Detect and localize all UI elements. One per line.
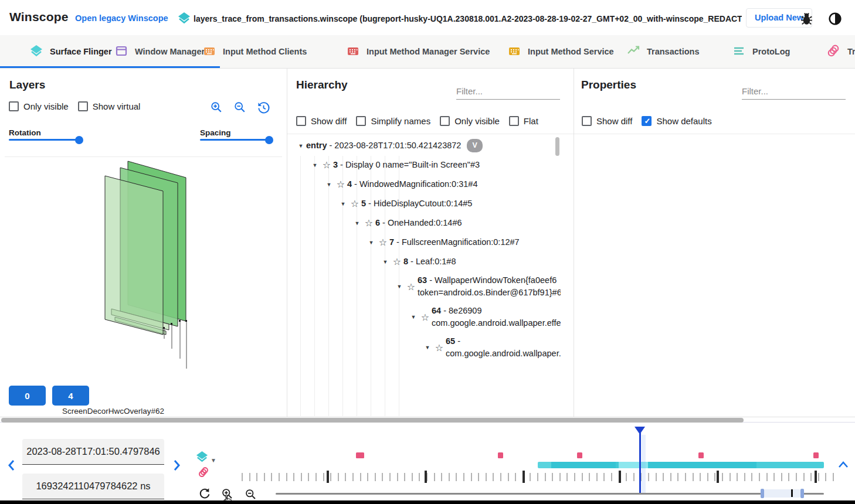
checkbox-box[interactable]: [9, 101, 19, 111]
timeline-cursor-halo: [642, 435, 646, 493]
checkbox-box[interactable]: [78, 101, 88, 111]
checkbox-box[interactable]: [642, 116, 652, 126]
tree-scrollbar[interactable]: [555, 137, 559, 156]
main-panels: Layers Only visible Show virtual: [0, 69, 855, 417]
tree-node[interactable]: ▼☆ 6- OneHanded:0:14#6: [296, 213, 561, 233]
timeline-cursor[interactable]: [639, 427, 641, 495]
keyboard-icon: [507, 44, 521, 60]
show-diff-checkbox[interactable]: Show diff: [582, 116, 632, 126]
transition-marker[interactable]: [577, 452, 582, 458]
timeline-tick-major: [425, 471, 427, 483]
timeline-ticks[interactable]: [242, 473, 836, 481]
checkbox-box[interactable]: [509, 116, 519, 126]
timeline-cursor-handle[interactable]: [635, 427, 645, 434]
minimap-handle-right[interactable]: [800, 489, 804, 498]
display-button-0[interactable]: 0: [9, 386, 46, 406]
next-entry-icon[interactable]: [171, 458, 184, 472]
pin-star-icon[interactable]: ☆: [320, 159, 333, 171]
timeline-scrollbar[interactable]: [1, 418, 744, 423]
pin-star-icon[interactable]: ☆: [348, 198, 361, 209]
expand-arrow-icon[interactable]: ▼: [422, 345, 433, 350]
layers-trace-toggle-icon[interactable]: [195, 450, 209, 466]
flat-checkbox[interactable]: Flat: [509, 116, 538, 126]
hierarchy-filter-input[interactable]: [456, 83, 560, 100]
pin-star-icon[interactable]: ☆: [419, 312, 432, 323]
reset-view-icon[interactable]: [257, 101, 270, 117]
expand-arrow-icon[interactable]: ▼: [380, 259, 391, 265]
pin-star-icon[interactable]: ☆: [334, 179, 347, 190]
tab-input-method-service[interactable]: Input Method Service: [507, 35, 614, 68]
expand-arrow-icon[interactable]: ▼: [310, 162, 320, 168]
transition-marker[interactable]: [698, 452, 704, 458]
tree-node[interactable]: ▼☆ 8- Leaf:0:1#8: [296, 252, 561, 271]
tree-node[interactable]: ▼☆ 3- Display 0 name="Built-in Screen"#3: [296, 155, 561, 175]
show-defaults-checkbox[interactable]: Show defaults: [642, 116, 711, 126]
timeline-minimap[interactable]: [276, 493, 824, 495]
trace-file-name: layers_trace_from_transactions.winscope …: [194, 14, 742, 23]
tab-transactions[interactable]: Transactions: [626, 35, 699, 68]
expand-arrow-icon[interactable]: ▼: [338, 201, 348, 207]
display-button-4[interactable]: 4: [52, 386, 89, 406]
expand-arrow-icon[interactable]: ▼: [324, 182, 334, 188]
rotation-slider[interactable]: [9, 139, 80, 141]
expand-arrow-icon[interactable]: ▼: [366, 240, 376, 246]
rotation-slider-thumb[interactable]: [75, 136, 83, 144]
tree-node[interactable]: ▼☆ 65- com.google.android.wallpaper.effe…: [296, 332, 561, 363]
show-virtual-checkbox[interactable]: Show virtual: [78, 101, 141, 111]
open-legacy-link[interactable]: Open legacy Winscope: [75, 13, 168, 23]
zoom-out-icon[interactable]: [233, 101, 246, 116]
pin-star-icon[interactable]: ☆: [405, 281, 418, 292]
spacing-slider[interactable]: [200, 139, 270, 141]
pin-star-icon[interactable]: ☆: [433, 342, 446, 353]
only-visible-checkbox[interactable]: Only visible: [440, 116, 500, 126]
tree-node-entry[interactable]: ▼ entry- 2023-08-28T17:01:50.421423872V: [296, 136, 561, 155]
dark-mode-toggle-icon[interactable]: [827, 11, 843, 29]
pin-star-icon[interactable]: ☆: [376, 237, 389, 248]
tab-surface-flinger[interactable]: Surface Flinger: [29, 35, 112, 68]
layers-3d-view[interactable]: [52, 154, 228, 388]
report-bug-icon[interactable]: [799, 12, 814, 29]
human-timestamp-input[interactable]: [22, 439, 164, 465]
tab-input-method-manager-service[interactable]: Input Method Manager Service: [346, 35, 490, 68]
only-visible-checkbox[interactable]: Only visible: [9, 101, 69, 111]
show-diff-checkbox[interactable]: Show diff: [296, 116, 347, 126]
tab-input-method-clients[interactable]: Input Method Clients: [202, 35, 307, 68]
transition-marker[interactable]: [813, 452, 819, 458]
simplify-names-checkbox[interactable]: Simplify names: [356, 116, 430, 126]
pin-star-icon[interactable]: ☆: [362, 217, 375, 229]
tree-node[interactable]: ▼☆ 5- HideDisplayCutout:0:14#5: [296, 194, 561, 213]
expand-arrow-icon[interactable]: ▼: [296, 143, 306, 149]
zoom-in-icon[interactable]: [210, 101, 223, 116]
checkbox-box[interactable]: [356, 116, 366, 126]
tab-protolog[interactable]: ProtoLog: [732, 35, 790, 68]
trace-dropdown-caret-icon[interactable]: ▼: [211, 457, 216, 464]
tree-node[interactable]: ▼☆ 7- FullscreenMagnification:0:12#7: [296, 233, 561, 252]
transition-marker[interactable]: [498, 452, 503, 458]
expand-arrow-icon[interactable]: ▼: [408, 314, 419, 320]
expand-arrow-icon[interactable]: ▼: [394, 284, 405, 290]
layers-trace-band[interactable]: [538, 462, 824, 468]
tree-node[interactable]: ▼☆ 64- 8e26909 com.google.android.wallpa…: [296, 302, 561, 332]
checkbox-box[interactable]: [296, 116, 306, 126]
previous-entry-icon[interactable]: [6, 458, 19, 472]
pin-star-icon[interactable]: ☆: [391, 256, 403, 267]
layer-label[interactable]: ScreenDecorHwcOverlay#62: [0, 407, 164, 416]
minimap-handle-left[interactable]: [761, 489, 764, 498]
transitions-trace-icon[interactable]: [197, 466, 210, 481]
keyboard-icon: [202, 44, 216, 60]
checkbox-box[interactable]: [582, 116, 592, 126]
transition-marker[interactable]: [356, 452, 364, 458]
ns-timestamp-input[interactable]: [22, 474, 164, 499]
tree-node[interactable]: ▼☆ 63- WallpaperWindowToken{fa0eef6 toke…: [296, 271, 561, 302]
visibility-chip[interactable]: V: [467, 139, 482, 152]
tab-window-manager[interactable]: Window Manager: [114, 35, 205, 68]
collapse-timeline-icon[interactable]: [836, 459, 850, 472]
expand-arrow-icon[interactable]: ▼: [352, 220, 362, 226]
hierarchy-tree: ▼ entry- 2023-08-28T17:01:50.421423872V …: [296, 136, 561, 416]
tab-transitions[interactable]: Tra: [826, 35, 855, 68]
minimap-selection[interactable]: [764, 489, 800, 498]
spacing-slider-thumb[interactable]: [265, 136, 273, 144]
tree-node[interactable]: ▼☆ 4- WindowedMagnification:0:31#4: [296, 175, 561, 194]
checkbox-box[interactable]: [440, 116, 450, 126]
properties-filter-input[interactable]: [742, 83, 846, 100]
